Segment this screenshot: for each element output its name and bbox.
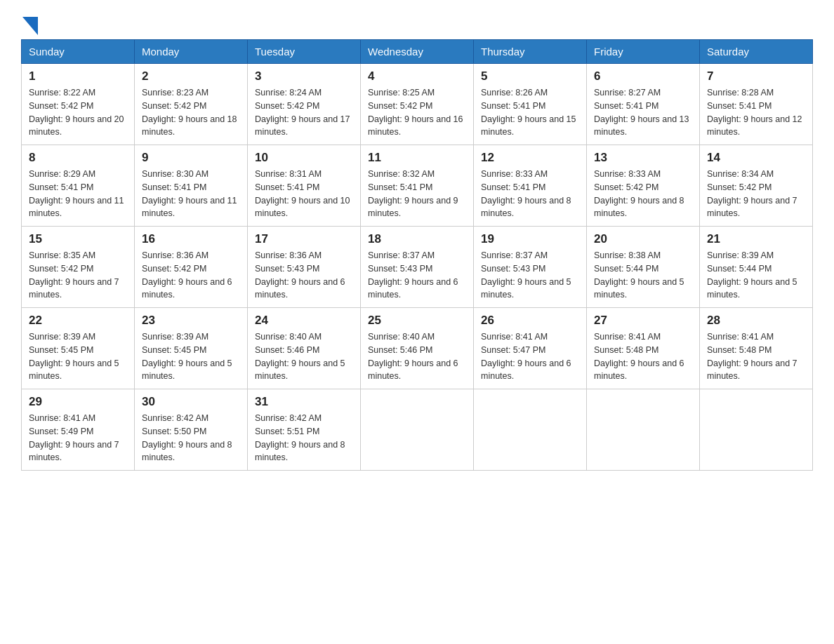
calendar-header-row: SundayMondayTuesdayWednesdayThursdayFrid… [22,40,813,64]
day-number: 19 [481,232,579,246]
calendar-week-row: 22Sunrise: 8:39 AMSunset: 5:45 PMDayligh… [22,308,813,389]
day-header-sunday: Sunday [22,40,135,64]
calendar-week-row: 29Sunrise: 8:41 AMSunset: 5:49 PMDayligh… [22,389,813,471]
day-info: Sunrise: 8:39 AMSunset: 5:44 PMDaylight:… [707,249,805,302]
calendar-cell: 10Sunrise: 8:31 AMSunset: 5:41 PMDayligh… [248,145,361,227]
calendar-cell: 14Sunrise: 8:34 AMSunset: 5:42 PMDayligh… [700,145,813,227]
day-number: 5 [481,69,579,83]
calendar-cell: 8Sunrise: 8:29 AMSunset: 5:41 PMDaylight… [22,145,135,227]
calendar-cell: 9Sunrise: 8:30 AMSunset: 5:41 PMDaylight… [135,145,248,227]
day-number: 4 [368,69,466,83]
day-info: Sunrise: 8:41 AMSunset: 5:48 PMDaylight:… [707,330,805,383]
calendar-cell: 20Sunrise: 8:38 AMSunset: 5:44 PMDayligh… [587,227,700,308]
day-info: Sunrise: 8:30 AMSunset: 5:41 PMDaylight:… [142,168,240,220]
calendar-cell: 13Sunrise: 8:33 AMSunset: 5:42 PMDayligh… [587,145,700,227]
day-number: 8 [29,151,127,165]
day-number: 29 [29,395,127,409]
calendar-cell: 16Sunrise: 8:36 AMSunset: 5:42 PMDayligh… [135,227,248,308]
day-number: 10 [255,151,353,165]
calendar-cell: 2Sunrise: 8:23 AMSunset: 5:42 PMDaylight… [135,64,248,145]
calendar-table: SundayMondayTuesdayWednesdayThursdayFrid… [21,39,813,471]
day-number: 3 [255,69,353,83]
day-info: Sunrise: 8:31 AMSunset: 5:41 PMDaylight:… [255,168,353,220]
calendar-cell: 26Sunrise: 8:41 AMSunset: 5:47 PMDayligh… [474,308,587,389]
day-number: 28 [707,314,805,328]
day-info: Sunrise: 8:40 AMSunset: 5:46 PMDaylight:… [255,330,353,383]
day-header-saturday: Saturday [700,40,813,64]
calendar-cell: 6Sunrise: 8:27 AMSunset: 5:41 PMDaylight… [587,64,700,145]
day-number: 30 [142,395,240,409]
day-info: Sunrise: 8:33 AMSunset: 5:41 PMDaylight:… [481,168,579,220]
day-number: 22 [29,314,127,328]
day-info: Sunrise: 8:37 AMSunset: 5:43 PMDaylight:… [368,249,466,302]
calendar-cell: 3Sunrise: 8:24 AMSunset: 5:42 PMDaylight… [248,64,361,145]
day-number: 21 [707,232,805,246]
calendar-cell: 21Sunrise: 8:39 AMSunset: 5:44 PMDayligh… [700,227,813,308]
day-number: 20 [594,232,692,246]
day-number: 17 [255,232,353,246]
calendar-cell: 11Sunrise: 8:32 AMSunset: 5:41 PMDayligh… [361,145,474,227]
calendar-cell: 28Sunrise: 8:41 AMSunset: 5:48 PMDayligh… [700,308,813,389]
day-info: Sunrise: 8:24 AMSunset: 5:42 PMDaylight:… [255,86,353,139]
day-info: Sunrise: 8:42 AMSunset: 5:50 PMDaylight:… [142,412,240,464]
day-number: 12 [481,151,579,165]
day-number: 9 [142,151,240,165]
day-info: Sunrise: 8:37 AMSunset: 5:43 PMDaylight:… [481,249,579,302]
calendar-cell: 15Sunrise: 8:35 AMSunset: 5:42 PMDayligh… [22,227,135,308]
calendar-cell: 18Sunrise: 8:37 AMSunset: 5:43 PMDayligh… [361,227,474,308]
day-info: Sunrise: 8:38 AMSunset: 5:44 PMDaylight:… [594,249,692,302]
calendar-cell: 25Sunrise: 8:40 AMSunset: 5:46 PMDayligh… [361,308,474,389]
day-info: Sunrise: 8:40 AMSunset: 5:46 PMDaylight:… [368,330,466,383]
day-header-friday: Friday [587,40,700,64]
day-info: Sunrise: 8:35 AMSunset: 5:42 PMDaylight:… [29,249,127,302]
day-number: 1 [29,69,127,83]
day-number: 2 [142,69,240,83]
logo [21,14,38,32]
day-number: 25 [368,314,466,328]
day-info: Sunrise: 8:41 AMSunset: 5:47 PMDaylight:… [481,330,579,383]
calendar-cell: 29Sunrise: 8:41 AMSunset: 5:49 PMDayligh… [22,389,135,471]
calendar-week-row: 15Sunrise: 8:35 AMSunset: 5:42 PMDayligh… [22,227,813,308]
day-number: 13 [594,151,692,165]
day-header-wednesday: Wednesday [361,40,474,64]
calendar-cell [361,389,474,471]
day-info: Sunrise: 8:29 AMSunset: 5:41 PMDaylight:… [29,168,127,220]
calendar-cell: 7Sunrise: 8:28 AMSunset: 5:41 PMDaylight… [700,64,813,145]
day-number: 15 [29,232,127,246]
day-info: Sunrise: 8:28 AMSunset: 5:41 PMDaylight:… [707,86,805,139]
page-header [21,14,813,32]
calendar-cell: 19Sunrise: 8:37 AMSunset: 5:43 PMDayligh… [474,227,587,308]
day-header-thursday: Thursday [474,40,587,64]
day-number: 23 [142,314,240,328]
calendar-cell [587,389,700,471]
calendar-cell: 23Sunrise: 8:39 AMSunset: 5:45 PMDayligh… [135,308,248,389]
day-number: 6 [594,69,692,83]
calendar-week-row: 1Sunrise: 8:22 AMSunset: 5:42 PMDaylight… [22,64,813,145]
svg-marker-0 [22,17,38,35]
calendar-cell [700,389,813,471]
day-number: 26 [481,314,579,328]
calendar-cell: 27Sunrise: 8:41 AMSunset: 5:48 PMDayligh… [587,308,700,389]
day-number: 14 [707,151,805,165]
logo-triangle-icon [22,17,38,35]
calendar-cell: 12Sunrise: 8:33 AMSunset: 5:41 PMDayligh… [474,145,587,227]
day-header-tuesday: Tuesday [248,40,361,64]
calendar-week-row: 8Sunrise: 8:29 AMSunset: 5:41 PMDaylight… [22,145,813,227]
calendar-cell: 17Sunrise: 8:36 AMSunset: 5:43 PMDayligh… [248,227,361,308]
day-info: Sunrise: 8:27 AMSunset: 5:41 PMDaylight:… [594,86,692,139]
day-info: Sunrise: 8:22 AMSunset: 5:42 PMDaylight:… [29,86,127,139]
calendar-cell: 4Sunrise: 8:25 AMSunset: 5:42 PMDaylight… [361,64,474,145]
day-info: Sunrise: 8:36 AMSunset: 5:42 PMDaylight:… [142,249,240,302]
calendar-cell: 22Sunrise: 8:39 AMSunset: 5:45 PMDayligh… [22,308,135,389]
day-number: 16 [142,232,240,246]
day-number: 27 [594,314,692,328]
day-number: 31 [255,395,353,409]
day-info: Sunrise: 8:33 AMSunset: 5:42 PMDaylight:… [594,168,692,220]
day-info: Sunrise: 8:39 AMSunset: 5:45 PMDaylight:… [142,330,240,383]
day-info: Sunrise: 8:41 AMSunset: 5:48 PMDaylight:… [594,330,692,383]
day-number: 18 [368,232,466,246]
calendar-cell [474,389,587,471]
calendar-cell: 1Sunrise: 8:22 AMSunset: 5:42 PMDaylight… [22,64,135,145]
day-info: Sunrise: 8:34 AMSunset: 5:42 PMDaylight:… [707,168,805,220]
day-number: 11 [368,151,466,165]
